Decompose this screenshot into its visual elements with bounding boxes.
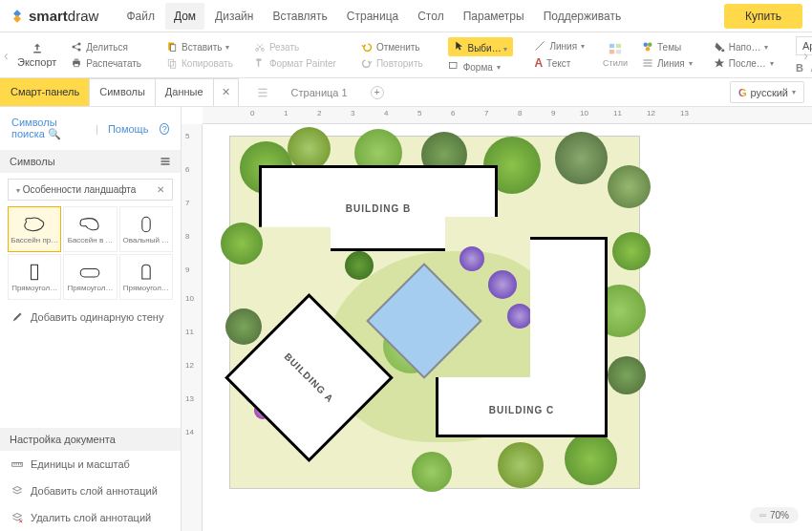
menu-design[interactable]: Дизайн <box>206 3 262 30</box>
tree[interactable] <box>608 356 646 394</box>
chevron-down-icon: ▾ <box>16 186 20 195</box>
ruler-icon <box>11 458 23 470</box>
building-b[interactable]: BUILDING B <box>259 165 498 251</box>
tree[interactable] <box>612 232 651 270</box>
building-c-label: BUILDING C <box>489 405 554 415</box>
effects-button[interactable]: После…▾ <box>711 56 777 70</box>
cut-label: Резать <box>269 42 299 53</box>
doc-settings-header: Настройка документа <box>0 428 181 451</box>
shape-label: Прямоугол… <box>68 284 114 292</box>
menu-home[interactable]: Дом <box>165 3 204 30</box>
share-icon <box>71 41 82 53</box>
buy-button[interactable]: Купить <box>724 4 802 29</box>
menu-icon[interactable] <box>160 156 171 167</box>
help-icon[interactable]: ? <box>160 123 169 135</box>
cut-icon <box>254 41 266 53</box>
cut-button[interactable]: Резать <box>251 40 339 53</box>
shape-rect-1[interactable]: Прямоугол… <box>8 254 61 300</box>
themes-button[interactable]: Темы <box>639 40 695 53</box>
add-page-button[interactable]: + <box>371 86 384 99</box>
undo-button[interactable]: Отменить <box>358 40 426 53</box>
add-annotation-button[interactable]: Добавить слой аннотаций <box>0 478 181 504</box>
shape-rect-2[interactable]: Прямоугол… <box>63 254 117 300</box>
tree[interactable] <box>225 308 262 345</box>
fill-icon <box>714 41 725 53</box>
line-label: Линия <box>549 41 577 52</box>
menubar: smartdraw Файл Дом Дизайн Вставлять Стра… <box>0 0 812 32</box>
canvas[interactable]: 012345678910111213 567891011121314 <box>182 107 812 531</box>
effects-icon <box>714 57 725 69</box>
menu-support[interactable]: Поддерживать <box>535 3 630 30</box>
shape-tool[interactable]: Форма▾ <box>445 60 517 74</box>
ribbon-nav-right[interactable]: › <box>801 48 810 63</box>
tree[interactable] <box>498 442 544 488</box>
tab-symbols[interactable]: Символы <box>89 78 156 106</box>
line-tool[interactable]: Линия▾ <box>531 39 588 53</box>
shape-rect-3[interactable]: Прямоугол… <box>119 254 173 300</box>
paste-button[interactable]: Вставить▾ <box>163 40 236 53</box>
tree[interactable] <box>555 132 608 184</box>
select-tool[interactable]: Выби… ▾ <box>445 36 517 57</box>
brush-icon <box>254 57 266 69</box>
text-tool[interactable]: AТекст <box>531 55 588 71</box>
tree[interactable] <box>345 251 374 280</box>
print-button[interactable]: Распечатать <box>68 56 144 70</box>
shape-pool-freeform[interactable]: Бассейн пр… <box>8 206 61 252</box>
shape-oval[interactable]: Овальный … <box>119 206 173 252</box>
tab-smartpanel[interactable]: Смарт-панель <box>0 78 90 106</box>
symbols-header-label: Символы <box>10 156 55 167</box>
search-symbols-link[interactable]: Символы поиска 🔍 <box>11 117 86 140</box>
export-button[interactable]: Экспорт <box>13 41 60 70</box>
flower[interactable] <box>507 304 532 329</box>
add-wall-button[interactable]: Добавить одинарную стену <box>0 304 181 330</box>
logo-text: smartdraw <box>29 8 98 24</box>
menu-insert[interactable]: Вставлять <box>264 3 335 30</box>
help-link[interactable]: Помощь <box>108 123 149 135</box>
logo-icon <box>10 9 25 24</box>
tree[interactable] <box>412 452 452 492</box>
flower[interactable] <box>488 270 517 299</box>
layers-remove-icon <box>11 512 23 523</box>
tree[interactable] <box>565 433 617 485</box>
line-style-button[interactable]: Линия▾ <box>639 56 695 70</box>
copy-icon <box>166 57 178 69</box>
delete-annotation-label: Удалить слой аннотаций <box>31 512 151 523</box>
ribbon-nav-left[interactable]: ‹ <box>2 48 11 63</box>
menu-options[interactable]: Параметры <box>455 3 533 30</box>
menu-file[interactable]: Файл <box>118 3 163 30</box>
menu-table[interactable]: Стол <box>409 3 452 30</box>
text-label: Текст <box>546 58 570 69</box>
tab-close[interactable]: ✕ <box>213 78 239 106</box>
symbol-panel-header[interactable]: ▾ Особенности ландшафта ✕ <box>8 179 173 201</box>
redo-button[interactable]: Повторить <box>358 56 426 70</box>
drawing-page[interactable]: BUILDING B BUILDING A BUILDING C <box>229 136 640 489</box>
left-panel-tabs: Смарт-панель Символы Данные ✕ <box>0 78 238 106</box>
bold-button[interactable]: B <box>796 62 803 74</box>
shape-pool-kidney[interactable]: Бассейн в … <box>63 206 117 252</box>
menu-page[interactable]: Страница <box>338 3 407 30</box>
fill-button[interactable]: Напо…▾ <box>711 40 777 53</box>
svg-point-17 <box>644 43 649 48</box>
styles-button[interactable]: Стили <box>599 41 631 70</box>
tree[interactable] <box>288 127 331 170</box>
tree[interactable] <box>608 165 651 208</box>
tree[interactable] <box>221 223 263 265</box>
zoom-indicator[interactable]: ═ 70% <box>750 507 799 523</box>
flower[interactable] <box>459 246 484 271</box>
language-selector[interactable]: G русский ▾ <box>730 81 804 103</box>
tab-data[interactable]: Данные <box>155 78 214 106</box>
panel-close-icon[interactable]: ✕ <box>157 184 164 195</box>
outline-icon[interactable] <box>257 87 268 98</box>
page-tab-1[interactable]: Страница 1 <box>282 81 357 104</box>
delete-annotation-button[interactable]: Удалить слой аннотаций <box>0 504 181 531</box>
units-scale-button[interactable]: Единицы и масштаб <box>0 451 181 478</box>
svg-rect-7 <box>171 45 176 52</box>
format-painter-button[interactable]: Формат Painter <box>251 56 339 70</box>
print-label: Распечатать <box>86 58 141 69</box>
copy-button[interactable]: Копировать <box>163 56 236 70</box>
svg-rect-4 <box>75 59 79 61</box>
share-button[interactable]: Делиться <box>68 40 144 53</box>
paste-label: Вставить <box>182 42 222 53</box>
copy-label: Копировать <box>182 58 233 69</box>
zoom-value: 70% <box>770 510 789 520</box>
